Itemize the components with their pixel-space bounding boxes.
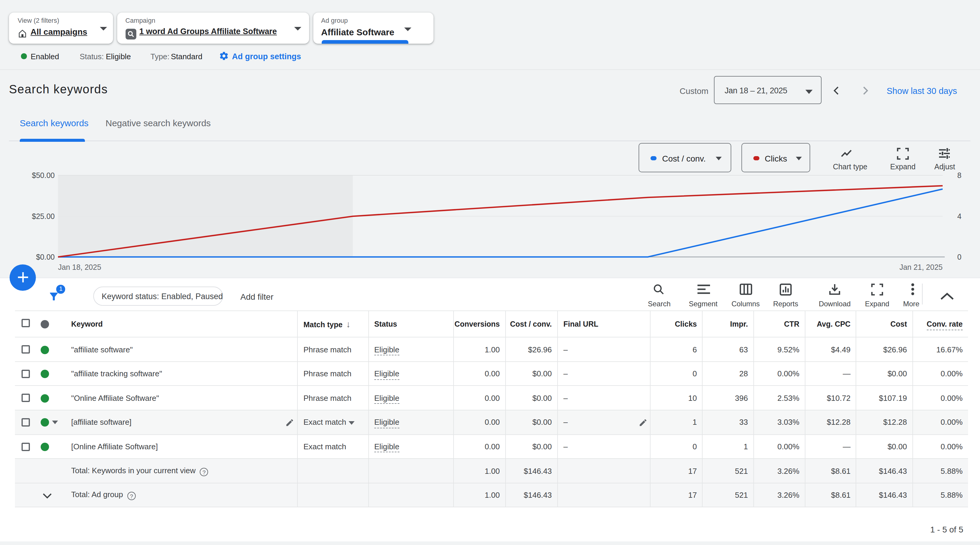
svg-text:Jan 18, 2025: Jan 18, 2025 xyxy=(58,263,101,271)
svg-text:$25.00: $25.00 xyxy=(32,212,55,220)
svg-text:8: 8 xyxy=(957,171,961,180)
svg-text:$50.00: $50.00 xyxy=(32,171,55,180)
svg-text:Jan 21, 2025: Jan 21, 2025 xyxy=(899,263,943,271)
svg-text:0: 0 xyxy=(957,253,961,261)
svg-text:4: 4 xyxy=(957,212,961,220)
svg-text:$0.00: $0.00 xyxy=(36,253,55,261)
